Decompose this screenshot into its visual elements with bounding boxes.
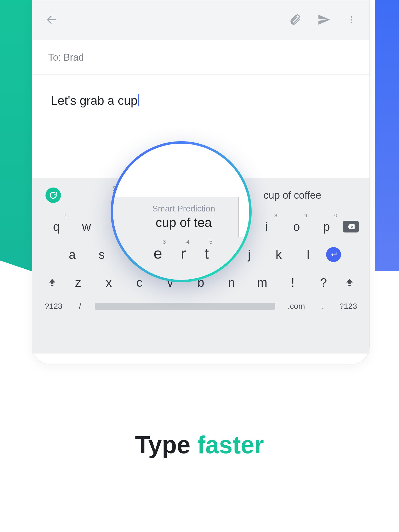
attach-icon[interactable] — [289, 13, 301, 27]
shift-key-right[interactable] — [339, 271, 360, 294]
enter-key[interactable] — [323, 243, 344, 266]
svg-point-3 — [351, 22, 352, 23]
key-m[interactable]: m — [247, 271, 277, 294]
key-n[interactable]: n — [216, 271, 247, 294]
symbols-key-left[interactable]: ?123 — [41, 302, 65, 311]
key-w[interactable]: w — [72, 215, 102, 238]
svg-rect-7 — [348, 285, 351, 286]
bg-accent-right — [375, 0, 399, 271]
key-?[interactable]: ? — [308, 271, 339, 294]
keyboard-bottom-row: ?123 / .com . ?123 — [32, 296, 369, 316]
dotcom-key[interactable]: .com — [283, 302, 310, 311]
phone-frame: To: Brad Let's grab a cup Smart Predicti… — [32, 0, 370, 364]
enter-icon — [326, 247, 341, 262]
tagline-word-1: Type — [135, 431, 190, 458]
text-cursor — [138, 94, 139, 106]
key-l[interactable]: l — [293, 243, 323, 266]
key-i[interactable]: i8 — [252, 215, 282, 238]
shift-key-left[interactable] — [41, 271, 63, 294]
space-key[interactable] — [95, 303, 275, 310]
more-icon[interactable] — [347, 15, 356, 26]
key-p[interactable]: p0 — [311, 215, 342, 238]
svg-rect-6 — [51, 285, 53, 286]
key-q[interactable]: q1 — [41, 215, 72, 238]
key-o[interactable]: o9 — [281, 215, 311, 238]
svg-point-2 — [351, 19, 352, 20]
to-label: To: Brad — [48, 52, 84, 63]
lens-key-r: r4 — [181, 244, 186, 262]
send-icon[interactable] — [317, 13, 331, 27]
tagline: Type faster — [0, 431, 399, 459]
symbols-key-right[interactable]: ?123 — [336, 302, 360, 311]
to-field[interactable]: To: Brad — [32, 40, 369, 75]
period-key[interactable]: . — [318, 302, 328, 311]
bg-accent-left — [0, 0, 32, 271]
backspace-icon — [343, 221, 359, 232]
tagline-word-2: faster — [197, 431, 264, 458]
magnifier-lens: Smart Prediction cup of tea e3r4t5 — [111, 141, 252, 282]
slash-key[interactable]: / — [73, 302, 87, 311]
lens-prediction-label: Smart Prediction — [152, 204, 215, 214]
compose-text: Let's grab a cup — [51, 94, 138, 107]
key-k[interactable]: k — [264, 243, 293, 266]
key-![interactable]: ! — [277, 271, 308, 294]
lens-prediction-value: cup of tea — [152, 215, 215, 230]
grammarly-icon[interactable] — [45, 188, 61, 203]
compose-header — [32, 0, 369, 40]
lens-key-e: e3 — [153, 244, 162, 262]
svg-point-1 — [351, 16, 352, 18]
key-x[interactable]: x — [93, 271, 124, 294]
key-s[interactable]: s — [87, 243, 117, 266]
back-icon[interactable] — [45, 14, 58, 27]
lens-key-t: t5 — [205, 244, 209, 262]
compose-body[interactable]: Let's grab a cup — [32, 75, 369, 126]
key-a[interactable]: a — [57, 243, 87, 266]
key-z[interactable]: z — [63, 271, 93, 294]
backspace-key[interactable] — [342, 215, 360, 238]
